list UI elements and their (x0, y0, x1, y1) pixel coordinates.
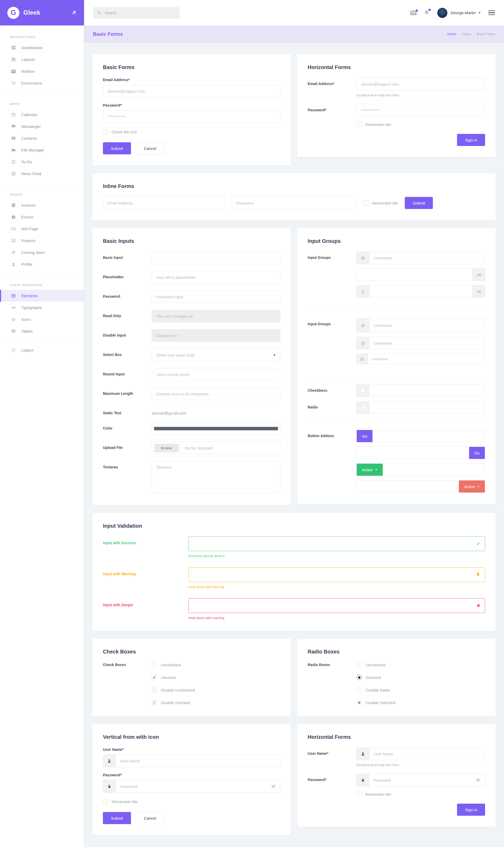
color-input[interactable] (152, 422, 280, 435)
topbar: George Martin ▼ (84, 0, 504, 25)
group-checkbox[interactable] (361, 388, 365, 393)
username-input[interactable] (369, 318, 485, 332)
sign-in-button[interactable]: Sign In (457, 804, 485, 816)
notifications-bell-icon[interactable] (424, 10, 429, 16)
hamburger-menu-icon[interactable] (488, 9, 495, 17)
warning-input[interactable] (188, 567, 485, 582)
file-upload-input[interactable]: Browse No file Selected. (152, 441, 280, 454)
sidebar-item-file-manager[interactable]: File Manager (0, 144, 84, 156)
sidebar-item-layouts[interactable]: Layouts (0, 54, 84, 65)
sidebar-item-logout[interactable]: Logout (0, 344, 84, 356)
sidebar-item-label: Typography (21, 305, 42, 310)
sidebar-item-mailbox[interactable]: Mailbox (0, 65, 84, 77)
remember-me-checkbox[interactable] (357, 122, 362, 127)
search-input[interactable] (105, 11, 175, 15)
remember-me-checkbox[interactable] (103, 799, 108, 804)
username-field[interactable] (116, 755, 280, 767)
browse-button[interactable]: Browse (154, 444, 179, 452)
username-input[interactable] (369, 252, 485, 264)
remember-me-checkbox[interactable] (363, 200, 368, 205)
password-field[interactable] (232, 197, 357, 209)
password-field[interactable] (116, 780, 280, 792)
password-field[interactable] (103, 110, 280, 123)
breadcrumb-forms[interactable]: Forms (462, 32, 471, 36)
text-input[interactable] (373, 430, 485, 442)
placeholder-input[interactable] (152, 271, 280, 284)
sidebar-item-invoices[interactable]: Invoices (0, 199, 84, 211)
user-menu[interactable]: George Martin ▼ (437, 7, 481, 18)
main-area: George Martin ▼ Basic Forms Home - Forms… (84, 0, 504, 848)
sidebar-item-404[interactable]: 404 404 Page (0, 223, 84, 235)
text-input[interactable] (369, 401, 485, 414)
basic-input[interactable] (152, 252, 280, 264)
settings-tools-icon[interactable] (71, 10, 77, 16)
password-field[interactable] (357, 104, 485, 116)
amount-input[interactable] (357, 269, 472, 281)
sidebar-item-coming-soon[interactable]: Coming Soon (0, 247, 84, 258)
at-prefix: @ (357, 318, 369, 332)
sidebar-item-contacts[interactable]: Contacts (0, 132, 84, 144)
textarea-input[interactable] (152, 461, 280, 493)
gleek-logo-icon[interactable]: G (7, 7, 19, 19)
breadcrumb-home[interactable]: Home (447, 32, 456, 36)
check-icon: ✓ (476, 541, 480, 547)
maxlength-input[interactable] (152, 387, 280, 400)
cancel-button[interactable]: Cancel (136, 812, 164, 824)
submit-button[interactable]: Submit (103, 812, 131, 824)
submit-button[interactable]: Submit (405, 197, 433, 209)
cancel-button[interactable]: Cancel (136, 142, 164, 155)
username-input[interactable] (369, 337, 485, 349)
username-input[interactable] (368, 354, 485, 364)
password-input[interactable] (152, 290, 280, 303)
text-input[interactable] (357, 481, 459, 492)
email-field[interactable] (357, 78, 485, 90)
sidebar-item-profile[interactable]: Profile (0, 258, 84, 270)
sidebar-item-news-feed[interactable]: News Feed (0, 168, 84, 180)
round-input[interactable] (152, 368, 280, 381)
sidebar-item-events[interactable]: Events (0, 211, 84, 223)
input-group-cents: .00 (357, 268, 485, 281)
success-input[interactable] (188, 536, 485, 551)
eye-slash-icon[interactable] (476, 778, 481, 782)
email-field[interactable] (103, 197, 225, 209)
action-dropdown-button[interactable]: Action▼ (459, 481, 485, 492)
remember-me-checkbox[interactable] (357, 792, 362, 797)
sidebar-item-label: Invoices (21, 203, 36, 208)
eye-slash-icon[interactable] (271, 784, 276, 789)
group-radio[interactable] (361, 405, 365, 410)
checkbox-unchecked[interactable] (152, 662, 157, 667)
text-input[interactable] (369, 385, 485, 397)
danger-input[interactable] (188, 598, 485, 613)
sidebar-item-tables[interactable]: Tables (0, 325, 84, 337)
submit-button[interactable]: Submit (103, 142, 131, 155)
sidebar-item-todo[interactable]: To-Do (0, 156, 84, 168)
sign-in-button[interactable]: Sign In (457, 134, 485, 146)
sidebar-divider (0, 342, 84, 343)
username-field[interactable] (369, 748, 485, 760)
checkbox-label: Check Me Out (111, 130, 137, 134)
checkbox-checked[interactable]: ✓ (152, 675, 157, 680)
text-input[interactable] (357, 447, 469, 459)
sidebar-item-elements[interactable]: Elements (0, 290, 84, 302)
sidebar-item-typography[interactable]: Aa Typography (0, 302, 84, 313)
password-field[interactable] (369, 774, 485, 786)
radio-unchecked[interactable] (357, 662, 362, 667)
amount-input[interactable] (369, 285, 472, 297)
go-button[interactable]: Go (357, 430, 373, 442)
sidebar-item-messanger[interactable]: Messanger (0, 121, 84, 132)
sidebar-item-projects[interactable]: Projects (0, 235, 84, 247)
text-input[interactable] (383, 464, 485, 476)
select-value: Select one value Only (156, 353, 195, 357)
sidebar-item-ecommerce[interactable]: Ecommerce (0, 77, 84, 89)
check-me-out-checkbox[interactable] (103, 129, 108, 134)
action-dropdown-button[interactable]: Action▼ (357, 464, 383, 476)
email-field[interactable] (103, 85, 280, 97)
messages-icon[interactable] (410, 11, 417, 15)
select-box[interactable]: Select one value Only ▼ (152, 349, 280, 361)
sidebar-item-calendar[interactable]: Calendar (0, 109, 84, 121)
go-button[interactable]: Go (469, 447, 485, 459)
radio-selected[interactable] (357, 675, 362, 680)
resize-grip-icon[interactable]: ⋰ (276, 490, 278, 492)
sidebar-item-icons[interactable]: Icons (0, 313, 84, 325)
sidebar-item-dashboards[interactable]: Dashboards (0, 42, 84, 54)
